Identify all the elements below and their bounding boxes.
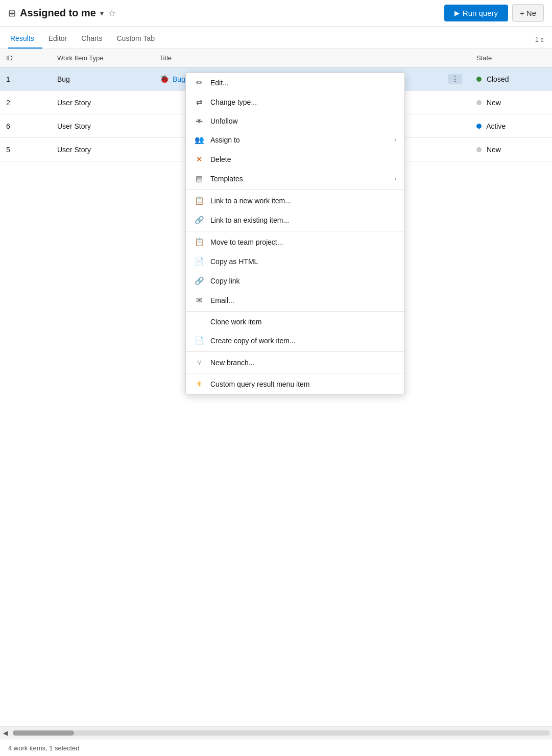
column-header-type: Work Item Type: [51, 49, 153, 67]
email-icon: ✉: [194, 296, 204, 305]
cell-type-4: User Story: [51, 140, 153, 159]
favorite-icon[interactable]: ☆: [108, 8, 116, 19]
tab-charts[interactable]: Charts: [79, 29, 110, 49]
cell-type-3: User Story: [51, 117, 153, 135]
menu-item-unfollow[interactable]: 👁 Unfollow: [186, 112, 404, 130]
cell-state-4: New: [470, 140, 552, 159]
tab-charts-label: Charts: [81, 34, 102, 42]
menu-item-custom[interactable]: ✳ Custom query result menu item: [186, 374, 404, 394]
menu-item-email[interactable]: ✉ Email...: [186, 291, 404, 310]
menu-copy-html-label: Copy as HTML: [210, 257, 396, 266]
copy-html-icon: 📄: [194, 257, 204, 266]
menu-item-copy-html[interactable]: 📄 Copy as HTML: [186, 252, 404, 271]
cell-state-3: Active: [470, 117, 552, 135]
unfollow-icon: 👁: [194, 117, 204, 125]
state-dot-closed: [476, 77, 482, 82]
state-label-1: Closed: [487, 75, 509, 83]
tabs-right-info: 1 c: [535, 36, 544, 49]
title-dropdown-icon[interactable]: ▾: [100, 9, 104, 17]
footer: 4 work items, 1 selected: [0, 740, 552, 756]
link-new-icon: 📋: [194, 196, 204, 205]
new-plus-icon: +: [520, 9, 524, 17]
edit-icon: ✏: [194, 78, 204, 87]
run-query-label: Run query: [463, 9, 498, 17]
bug-icon: 🐞: [159, 74, 170, 84]
menu-item-assign-to[interactable]: 👥 Assign to ›: [186, 130, 404, 150]
page-title: Assigned to me: [20, 7, 96, 19]
menu-divider-1: [186, 190, 404, 190]
menu-item-edit[interactable]: ✏ Edit...: [186, 73, 404, 92]
link-existing-icon: 🔗: [194, 216, 204, 225]
create-copy-icon: 📄: [194, 336, 204, 345]
tab-editor[interactable]: Editor: [46, 29, 76, 49]
scroll-track[interactable]: [13, 730, 550, 736]
row-more-button[interactable]: ⋮: [448, 74, 462, 84]
scroll-thumb[interactable]: [13, 730, 74, 736]
menu-divider-5: [186, 373, 404, 373]
cell-state-2: New: [470, 93, 552, 112]
menu-clone-label: Clone work item: [210, 318, 396, 326]
tab-editor-label: Editor: [49, 34, 67, 42]
new-label: Ne: [526, 9, 536, 17]
new-button[interactable]: + Ne: [512, 4, 544, 22]
menu-item-change-type[interactable]: ⇄ Change type...: [186, 92, 404, 112]
menu-unfollow-label: Unfollow: [210, 117, 396, 125]
menu-item-templates[interactable]: ▤ Templates ›: [186, 169, 404, 188]
scroll-left-button[interactable]: ◀: [0, 729, 11, 737]
cell-type-1: Bug: [51, 70, 153, 88]
grid-icon: ⊞: [8, 8, 16, 19]
menu-divider-3: [186, 311, 404, 312]
menu-edit-label: Edit...: [210, 79, 396, 87]
menu-divider-2: [186, 231, 404, 231]
tab-results-label: Results: [10, 34, 34, 42]
new-branch-icon: ⑂: [194, 358, 204, 367]
menu-item-link-new[interactable]: 📋 Link to a new work item...: [186, 191, 404, 210]
context-menu: ✏ Edit... ⇄ Change type... 👁 Unfollow 👥 …: [185, 73, 405, 394]
tab-custom[interactable]: Custom Tab: [115, 29, 163, 49]
menu-custom-label: Custom query result menu item: [210, 380, 396, 388]
menu-item-link-existing[interactable]: 🔗 Link to an existing item...: [186, 210, 404, 230]
tab-count-label: 1 c: [535, 36, 544, 43]
menu-item-move-team[interactable]: 📋 Move to team project...: [186, 232, 404, 252]
change-type-icon: ⇄: [194, 98, 204, 107]
tab-results[interactable]: Results: [8, 29, 42, 49]
row-actions: ⋮: [448, 74, 464, 84]
cell-id-2: 2: [0, 93, 51, 112]
assign-to-icon: 👥: [194, 135, 204, 145]
menu-create-copy-label: Create copy of work item...: [210, 337, 396, 345]
footer-count: 4 work items,: [8, 744, 47, 752]
templates-arrow: ›: [394, 175, 396, 182]
tabs-bar: Results Editor Charts Custom Tab 1 c: [0, 27, 552, 49]
delete-icon: ✕: [194, 155, 204, 164]
menu-move-team-label: Move to team project...: [210, 238, 396, 246]
horizontal-scrollbar[interactable]: ◀: [0, 726, 552, 739]
menu-change-type-label: Change type...: [210, 98, 396, 106]
cell-state-1: Closed: [470, 70, 552, 88]
state-label-3: Active: [486, 122, 506, 130]
run-icon: ▶: [454, 9, 460, 17]
custom-menu-icon: ✳: [194, 380, 204, 389]
menu-templates-label: Templates: [210, 175, 388, 183]
menu-new-branch-label: New branch...: [210, 359, 396, 367]
column-header-state: State: [470, 49, 552, 67]
footer-selected: 1 selected: [49, 744, 79, 752]
state-dot-new-4: [476, 147, 482, 152]
cell-id-1: 1: [0, 70, 51, 88]
table-area: ID Work Item Type Title State 1 Bug 🐞 Bu…: [0, 49, 552, 161]
menu-link-new-label: Link to a new work item...: [210, 197, 396, 205]
menu-item-create-copy[interactable]: 📄 Create copy of work item...: [186, 331, 404, 350]
state-label-2: New: [487, 99, 501, 107]
column-header-id: ID: [0, 49, 51, 67]
menu-delete-label: Delete: [210, 155, 396, 163]
menu-item-delete[interactable]: ✕ Delete: [186, 150, 404, 169]
header-title-area: ⊞ Assigned to me ▾ ☆: [8, 7, 444, 19]
state-label-4: New: [487, 146, 501, 154]
run-query-button[interactable]: ▶ Run query: [444, 5, 508, 21]
menu-assign-to-label: Assign to: [210, 136, 388, 144]
menu-item-copy-link[interactable]: 🔗 Copy link: [186, 271, 404, 291]
header: ⊞ Assigned to me ▾ ☆ ▶ Run query + Ne: [0, 0, 552, 27]
move-team-icon: 📋: [194, 238, 204, 247]
menu-item-new-branch[interactable]: ⑂ New branch...: [186, 353, 404, 372]
menu-item-clone[interactable]: Clone work item: [186, 313, 404, 331]
menu-link-existing-label: Link to an existing item...: [210, 216, 396, 224]
